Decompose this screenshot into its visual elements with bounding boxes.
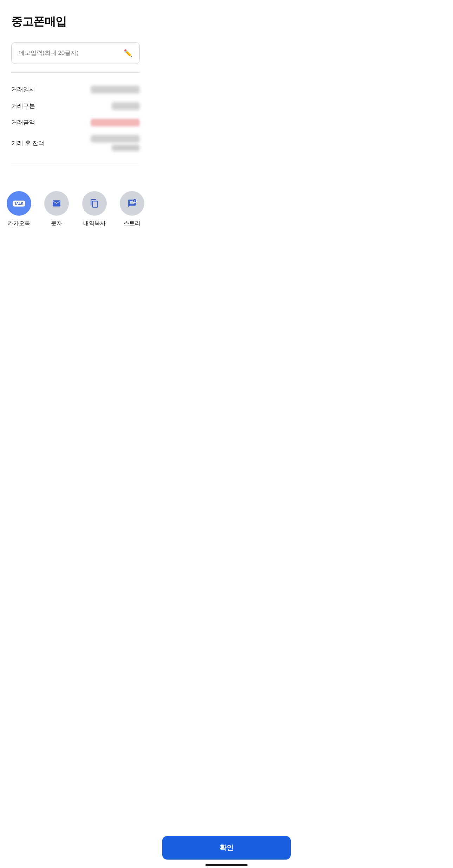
kakao-talk-badge: TALK: [13, 201, 25, 207]
transaction-date-value: [91, 86, 140, 93]
transaction-balance-row: 거래 후 잔액: [11, 131, 140, 155]
share-story[interactable]: ! 스토리: [118, 191, 146, 227]
story-icon-circle: !: [120, 191, 144, 216]
memo-input[interactable]: [19, 50, 124, 57]
transaction-balance-value: [91, 135, 140, 143]
share-story-label: 스토리: [124, 220, 140, 227]
transaction-type-row: 거래구분: [11, 98, 140, 114]
transaction-date-row: 거래일시: [11, 81, 140, 98]
sms-icon: [52, 199, 61, 208]
sms-icon-circle: [44, 191, 69, 216]
share-section: TALK 카카오톡 문자 내역복사: [0, 183, 151, 233]
transaction-amount-row: 거래금액: [11, 114, 140, 131]
story-icon: !: [127, 199, 137, 208]
share-sms-label: 문자: [51, 220, 62, 227]
transaction-type-label: 거래구분: [11, 102, 35, 110]
transaction-balance-sub-value: [112, 145, 140, 151]
transaction-amount-label: 거래금액: [11, 118, 35, 126]
copy-icon: [90, 199, 99, 208]
transaction-type-value: [112, 102, 140, 110]
transaction-balance-values: [91, 135, 140, 151]
edit-icon: ✏️: [124, 49, 132, 57]
share-kakao-label: 카카오톡: [8, 220, 30, 227]
share-copy[interactable]: 내역복사: [80, 191, 109, 227]
page-title: 중고폰매입: [11, 14, 140, 30]
svg-text:!: !: [134, 200, 136, 203]
share-copy-label: 내역복사: [83, 220, 106, 227]
kakao-icon-circle: TALK: [7, 191, 31, 216]
copy-icon-circle: [82, 191, 107, 216]
transaction-info: 거래일시 거래구분 거래금액 거래 후 잔액: [0, 73, 151, 164]
memo-input-wrapper[interactable]: ✏️: [11, 42, 140, 64]
transaction-amount-value: [91, 119, 140, 126]
share-sms[interactable]: 문자: [42, 191, 71, 227]
transaction-date-label: 거래일시: [11, 85, 35, 93]
share-kakao[interactable]: TALK 카카오톡: [5, 191, 33, 227]
transaction-balance-label: 거래 후 잔액: [11, 139, 44, 147]
